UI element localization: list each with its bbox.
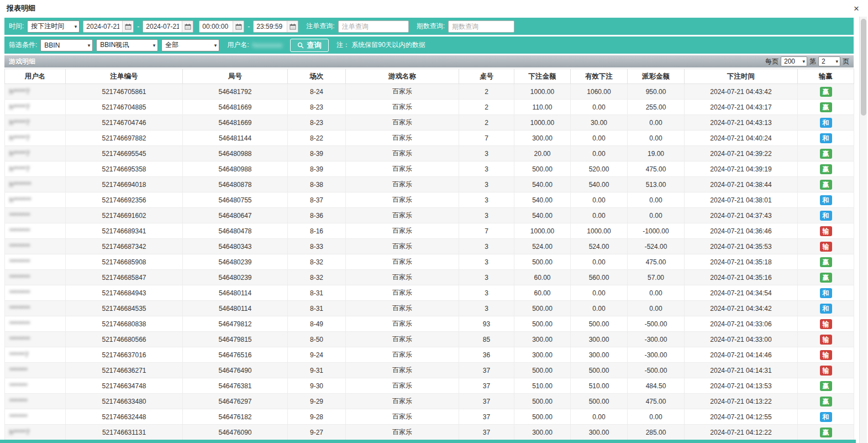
cell-round_no: 546476182 <box>183 409 288 425</box>
time-to-input[interactable] <box>254 21 287 32</box>
cell-bet_time: 2024-07-21 04:13:53 <box>685 378 798 394</box>
scrollbar-thumb[interactable] <box>861 19 866 116</box>
cell-table_no: 3 <box>459 146 514 161</box>
cell-session: 8-31 <box>288 285 346 301</box>
cell-game: 百家乐 <box>346 161 459 177</box>
cell-table_no: 3 <box>459 161 514 177</box>
cell-payout: 475.00 <box>628 394 685 409</box>
scope-select[interactable]: 全部 ▾ <box>161 39 219 51</box>
time-from-input[interactable] <box>199 21 233 32</box>
chevron-down-icon: ▾ <box>75 24 77 29</box>
cell-bet_time: 2024-07-21 04:33:00 <box>685 332 798 347</box>
cell-game: 百家乐 <box>346 394 459 409</box>
cell-bet_no: 521746637016 <box>66 347 183 363</box>
time-type-value: 按下注时间 <box>31 22 64 31</box>
cell-game: 百家乐 <box>346 270 459 285</box>
cell-valid_bet: 0.00 <box>571 409 628 425</box>
cell-payout: 255.00 <box>628 100 685 115</box>
cell-valid_bet: 1060.00 <box>571 84 628 100</box>
date-from-input[interactable] <box>83 21 122 32</box>
table-row: h*******5217466940185464808788-38百家乐3540… <box>5 177 854 192</box>
column-header: 输赢 <box>798 69 854 84</box>
time-label: 时间: <box>9 22 24 31</box>
search-button[interactable]: 查询 <box>290 39 329 52</box>
cell-bet_time: 2024-07-21 04:14:31 <box>685 363 798 378</box>
cell-bet_amount: 540.00 <box>514 208 571 223</box>
bet-query-label: 注单查询: <box>306 22 334 31</box>
cell-table_no: 37 <box>459 363 514 378</box>
cell-valid_bet: 0.00 <box>571 192 628 208</box>
search-button-label: 查询 <box>307 40 322 50</box>
time-type-select[interactable]: 按下注时间 ▾ <box>27 20 80 33</box>
platform-select[interactable]: BBIN ▾ <box>40 39 93 51</box>
cell-bet_no: 521746691602 <box>66 208 183 223</box>
pagination: 每页 200 ▾ 第 2 ▾ 页 <box>765 56 849 66</box>
result-badge: 赢 <box>820 164 832 174</box>
table-row: ********5217466805665464798158-50百家乐8530… <box>5 332 854 347</box>
cell-bet_time: 2024-07-21 04:39:22 <box>685 146 798 161</box>
clock-icon[interactable] <box>233 21 244 32</box>
result-badge: 输 <box>820 335 832 345</box>
bet-query-input[interactable] <box>338 20 409 33</box>
cell-bet_no: 521746695545 <box>66 146 183 161</box>
page-number-value: 2 <box>822 58 825 65</box>
result-badge: 和 <box>820 304 832 314</box>
cell-user: ******** <box>5 270 66 285</box>
cell-bet_time: 2024-07-21 04:12:22 <box>685 425 798 440</box>
cell-session: 8-16 <box>288 223 346 239</box>
cell-user: ******* <box>5 394 66 409</box>
cell-round_no: 546480988 <box>183 146 288 161</box>
cell-user: h*****7 <box>5 161 66 177</box>
cell-user: ******** <box>5 332 66 347</box>
cell-bet_no: 521746697882 <box>66 131 183 146</box>
cell-game: 百家乐 <box>346 131 459 146</box>
cell-result: 和 <box>798 192 854 208</box>
game-type-select[interactable]: BBIN视讯 ▾ <box>96 39 158 51</box>
cell-round_no: 546481144 <box>183 131 288 146</box>
cell-valid_bet: 500.00 <box>571 316 628 332</box>
result-badge: 赢 <box>820 397 832 406</box>
cell-user: ******** <box>5 301 66 316</box>
per-page-select[interactable]: 200 ▾ <box>781 56 807 66</box>
cell-game: 百家乐 <box>346 285 459 301</box>
page-select[interactable]: 2 ▾ <box>818 56 840 66</box>
cell-table_no: 37 <box>459 378 514 394</box>
cell-bet_no: 521746636271 <box>66 363 183 378</box>
cell-bet_amount: 300.00 <box>514 425 571 440</box>
period-query-input[interactable] <box>448 20 514 33</box>
column-header: 局号 <box>183 69 288 84</box>
cell-payout: 0.00 <box>628 131 685 146</box>
cell-session: 8-24 <box>288 84 346 100</box>
date-to-input[interactable] <box>143 21 182 32</box>
cell-valid_bet: 540.00 <box>571 177 628 192</box>
clock-icon[interactable] <box>287 21 298 32</box>
cell-bet_no: 521746680838 <box>66 316 183 332</box>
cell-user: ******** <box>5 239 66 254</box>
cell-valid_bet: 0.00 <box>571 301 628 316</box>
cell-payout: 0.00 <box>628 301 685 316</box>
cell-user: h******* <box>5 192 66 208</box>
result-badge: 赢 <box>820 428 832 437</box>
calendar-icon[interactable] <box>182 21 193 32</box>
result-badge: 输 <box>820 366 832 376</box>
scope-value: 全部 <box>165 40 178 50</box>
cell-game: 百家乐 <box>346 192 459 208</box>
cell-valid_bet: 0.00 <box>571 208 628 223</box>
vertical-scrollbar[interactable] <box>859 17 867 443</box>
username-masked: ******** <box>9 320 30 328</box>
cell-bet_amount: 540.00 <box>514 177 571 192</box>
cell-bet_time: 2024-07-21 04:33:06 <box>685 316 798 332</box>
username-masked: h*****7 <box>9 134 30 142</box>
cell-result: 赢 <box>798 378 854 394</box>
table-row: *******5217466347485464763819-30百家乐37510… <box>5 378 854 394</box>
calendar-icon[interactable] <box>122 21 133 32</box>
cell-payout: 0.00 <box>628 409 685 425</box>
cell-game: 百家乐 <box>346 363 459 378</box>
cell-session: 9-29 <box>288 394 346 409</box>
close-icon[interactable]: × <box>851 3 861 14</box>
cell-bet_time: 2024-07-21 04:34:54 <box>685 285 798 301</box>
retention-note: 注： 系统保留90天以内的数据 <box>336 40 425 50</box>
cell-game: 百家乐 <box>346 208 459 223</box>
cell-game: 百家乐 <box>346 100 459 115</box>
cell-user: h*****7 <box>5 84 66 100</box>
